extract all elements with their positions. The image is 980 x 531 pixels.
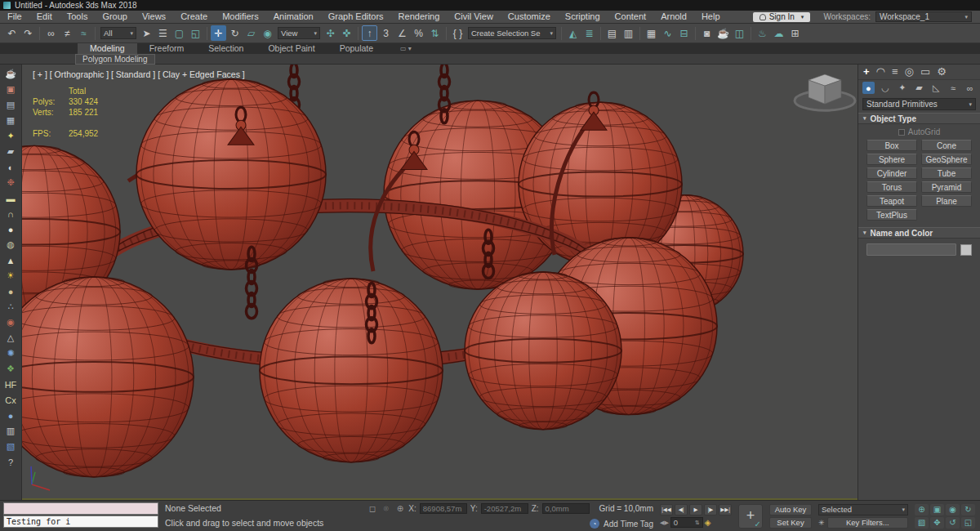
object-color-swatch[interactable] [960, 244, 972, 256]
menu-modifiers[interactable]: Modifiers [215, 11, 266, 23]
primitive-button-box[interactable]: Box [866, 140, 917, 151]
primitive-button-tube[interactable]: Tube [921, 167, 972, 179]
named-selection-dropdown[interactable]: Create Selection Se▾ [468, 27, 556, 39]
primitive-button-plane[interactable]: Plane [921, 195, 972, 207]
menu-views[interactable]: Views [135, 11, 173, 23]
render-setup-icon[interactable]: ☕ [715, 25, 731, 41]
proxy-box-icon[interactable]: ▧ [2, 439, 20, 454]
teapot-icon[interactable]: ☕ [2, 66, 20, 82]
utilities-tab[interactable]: ⚙ [937, 65, 947, 79]
layer-explorer-icon[interactable]: ▥ [621, 25, 636, 41]
reference-coordinate-dropdown[interactable]: View▾ [278, 27, 320, 39]
selection-lock-icon[interactable]: ⌾ [381, 504, 391, 514]
menu-animation[interactable]: Animation [266, 11, 321, 23]
auto-key-button[interactable]: Auto Key [769, 504, 812, 515]
maxscript-mini-listener[interactable]: Testing for i [3, 502, 158, 529]
absolute-offset-icon[interactable]: ⊕ [394, 504, 405, 513]
add-time-tag[interactable]: ◔ Add Time Tag [343, 519, 653, 529]
snaps-toggle-icon[interactable]: ↑ [362, 25, 377, 41]
select-and-rotate-icon[interactable]: ↻ [227, 25, 243, 41]
rendered-frame-window-icon[interactable]: ◫ [732, 25, 747, 41]
primitive-button-torus[interactable]: Torus [866, 181, 917, 193]
helpers-subtab[interactable]: ◺ [930, 82, 942, 94]
pan-icon[interactable]: ✥ [930, 517, 944, 529]
menu-scripting[interactable]: Scripting [558, 11, 608, 23]
connect-spheres-icon[interactable]: ◉ [2, 315, 20, 330]
primitives-category-dropdown[interactable]: Standard Primitives ▾ [862, 98, 976, 110]
noise-icon[interactable]: ✺ [2, 346, 20, 361]
menu-arnold[interactable]: Arnold [653, 11, 694, 23]
ribbon-tab-populate[interactable]: Populate [327, 43, 385, 54]
selection-set-dropdown[interactable]: Selected ▾ [818, 504, 908, 515]
previous-frame-button[interactable]: ◀| [675, 504, 688, 515]
bind-to-space-warp-icon[interactable]: ≈ [76, 25, 91, 41]
primitive-button-pyramid[interactable]: Pyramid [921, 181, 972, 193]
x-coordinate-field[interactable]: 86908,57m [420, 503, 467, 514]
mirror-icon[interactable]: ◭ [565, 25, 581, 41]
play-button[interactable]: ▶ [689, 504, 702, 515]
primitive-button-sphere[interactable]: Sphere [866, 154, 917, 165]
menu-graph-editors[interactable]: Graph Editors [321, 11, 391, 23]
spinner-icon[interactable]: ⇅ [695, 520, 700, 526]
undo-icon[interactable]: ↶ [4, 25, 20, 41]
workspace-dropdown[interactable]: Workspace_1 ▾ [875, 11, 972, 22]
menu-create[interactable]: Create [173, 11, 215, 23]
ribbon-tab-freeform[interactable]: Freeform [137, 43, 197, 54]
geometry-subtab[interactable]: ● [862, 82, 875, 94]
shaded-sphere-icon[interactable]: ◐ [2, 159, 20, 175]
clipboard-icon[interactable]: ▥ [2, 423, 20, 439]
camera-icon[interactable]: ▰ [2, 144, 20, 159]
key-filters-button[interactable]: Key Filters... [827, 517, 908, 529]
curve-editor-icon[interactable]: ∿ [660, 25, 675, 41]
ribbon-minimize-button[interactable]: ▭ ▾ [400, 43, 412, 54]
schematic-view-icon[interactable]: ⊟ [676, 25, 692, 41]
cx-icon[interactable]: Cx [2, 392, 20, 408]
z-coordinate-field[interactable]: 0,0mm [542, 503, 590, 514]
modify-tab[interactable]: ◠ [876, 65, 885, 79]
set-keys-button[interactable]: +✓ [738, 504, 763, 529]
window-crossing-icon[interactable]: ◱ [188, 25, 203, 41]
key-mode-toggle-icon[interactable]: ◀▶ [660, 520, 669, 526]
zoom-all-icon[interactable]: ▣ [930, 504, 944, 515]
object-name-field[interactable] [866, 243, 956, 256]
display-tab[interactable]: ▭ [920, 65, 930, 79]
light-bulb-icon[interactable]: ✦ [2, 128, 20, 144]
zoom-extents-icon[interactable]: ◉ [946, 504, 960, 515]
viewport-layout-icon[interactable]: ⊞ [787, 25, 803, 41]
orbit-icon[interactable]: ↻ [961, 504, 975, 515]
orbit-subobject-icon[interactable]: ↺ [946, 517, 960, 529]
named-selection-sets-icon[interactable]: { } [450, 25, 466, 41]
material-editor-icon[interactable]: ◙ [699, 25, 715, 41]
list-view-icon[interactable]: ▤ [2, 97, 20, 113]
ribbon-tab-object-paint[interactable]: Object Paint [256, 43, 327, 54]
sphere-cluster-icon[interactable]: ❉ [2, 175, 20, 190]
ffd-icon[interactable]: ❖ [2, 361, 20, 377]
menu-help[interactable]: Help [694, 11, 728, 23]
snap-3d-icon[interactable]: 3 [378, 25, 394, 41]
systems-subtab[interactable]: ∞ [964, 82, 976, 94]
plane-icon[interactable]: ▬ [2, 190, 20, 206]
current-frame-field[interactable]: 0 ⇅ [670, 517, 703, 528]
sign-in-button[interactable]: Sign In ▾ [753, 12, 811, 22]
menu-civil-view[interactable]: Civil View [447, 11, 500, 23]
polygon-modeling-panel[interactable]: Polygon Modeling [75, 54, 155, 65]
select-by-name-icon[interactable]: ☰ [155, 25, 171, 41]
angle-snap-icon[interactable]: ∠ [394, 25, 410, 41]
shapes-subtab[interactable]: ◡ [880, 82, 892, 94]
pyramid-gizmo-icon[interactable]: △ [2, 330, 20, 346]
primitive-button-geosphere[interactable]: GeoSphere [921, 154, 972, 165]
percent-snap-icon[interactable]: % [411, 25, 426, 41]
wire-sphere-icon[interactable]: ◍ [2, 237, 20, 252]
tan-sphere-icon[interactable]: ● [2, 283, 20, 299]
maximize-viewport-icon[interactable]: ◱ [961, 517, 975, 529]
motion-tab[interactable]: ◎ [905, 65, 914, 79]
select-and-manipulate-icon[interactable]: ✜ [339, 25, 354, 41]
cone-icon[interactable]: ▲ [2, 252, 20, 268]
render-frame-icon[interactable]: ▣ [2, 82, 20, 97]
go-to-end-button[interactable]: ▶▶| [719, 504, 732, 515]
hierarchy-tab[interactable]: ≡ [892, 65, 898, 79]
render-production-icon[interactable]: ♨ [755, 25, 770, 41]
ribbon-tab-selection[interactable]: Selection [196, 43, 256, 54]
y-coordinate-field[interactable]: -20527,2m [481, 503, 528, 514]
use-pivot-center-icon[interactable]: ✣ [323, 25, 338, 41]
